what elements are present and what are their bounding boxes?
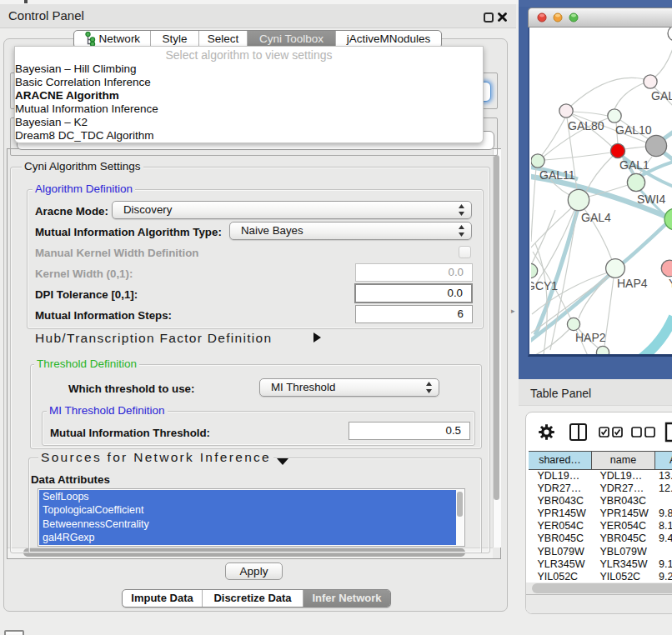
svg-text:HAP4: HAP4 xyxy=(617,277,648,290)
svg-text:HAP2: HAP2 xyxy=(575,331,606,344)
svg-text:GAL4: GAL4 xyxy=(581,211,611,224)
svg-text:GAL7: GAL7 xyxy=(651,89,672,102)
svg-text:YE: YE xyxy=(669,277,672,290)
svg-text:GAL80: GAL80 xyxy=(568,119,604,132)
svg-text:GCY1: GCY1 xyxy=(531,279,558,292)
svg-text:SWI4: SWI4 xyxy=(637,192,665,206)
svg-text:GAL11: GAL11 xyxy=(539,168,575,182)
svg-text:GAL10: GAL10 xyxy=(615,123,652,137)
svg-text:GAL1: GAL1 xyxy=(619,158,649,172)
